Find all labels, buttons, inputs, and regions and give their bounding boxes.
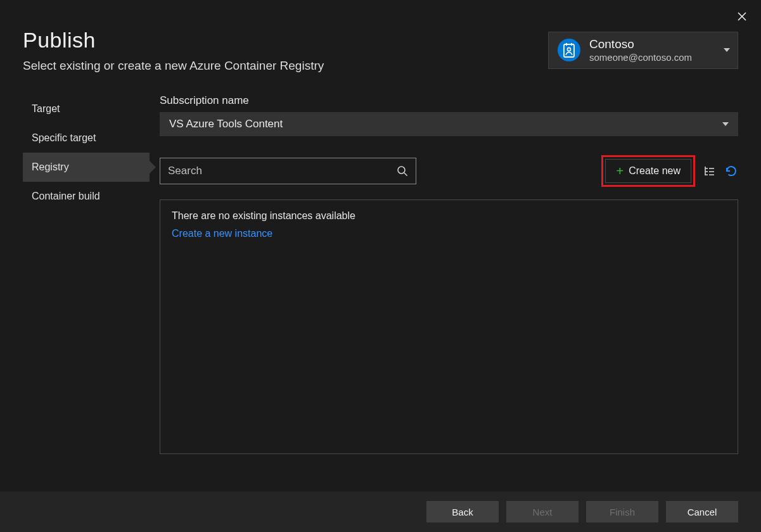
- subscription-value: VS Azure Tools Content: [169, 118, 283, 130]
- account-name: Contoso: [589, 37, 716, 52]
- svg-line-10: [404, 173, 407, 176]
- sidebar-item-label: Container build: [32, 191, 100, 201]
- search-row: + Create new: [160, 155, 738, 187]
- create-new-highlight: + Create new: [601, 155, 695, 187]
- sidebar-item-target[interactable]: Target: [23, 94, 150, 124]
- create-new-label: Create new: [629, 165, 681, 177]
- svg-point-2: [558, 39, 580, 61]
- account-text: Contoso someone@contoso.com: [589, 37, 716, 63]
- close-icon: [737, 11, 747, 22]
- search-input[interactable]: [168, 165, 397, 177]
- account-badge-icon: [556, 37, 582, 63]
- sidebar-item-label: Specific target: [32, 132, 96, 143]
- main-panel: Subscription name VS Azure Tools Content: [160, 94, 738, 454]
- dialog-header: Publish Select existing or create a new …: [0, 0, 761, 79]
- svg-marker-7: [724, 48, 730, 52]
- chevron-down-icon: [724, 47, 730, 53]
- next-button: Next: [506, 501, 579, 522]
- toolbar-right: + Create new: [601, 155, 738, 187]
- back-button[interactable]: Back: [426, 501, 499, 522]
- title-block: Publish Select existing or create a new …: [23, 28, 324, 73]
- refresh-button[interactable]: [724, 164, 738, 178]
- account-email: someone@contoso.com: [589, 52, 716, 63]
- sidebar-item-label: Registry: [32, 162, 69, 172]
- subscription-dropdown[interactable]: VS Azure Tools Content: [160, 112, 738, 136]
- subscription-label: Subscription name: [160, 94, 738, 107]
- dialog-subtitle: Select existing or create a new Azure Co…: [23, 59, 324, 73]
- sidebar-item-container-build[interactable]: Container build: [23, 182, 150, 211]
- svg-point-9: [398, 167, 405, 174]
- refresh-icon: [724, 164, 738, 178]
- chevron-down-icon: [722, 121, 729, 127]
- create-instance-link[interactable]: Create a new instance: [172, 228, 726, 239]
- svg-marker-8: [722, 122, 729, 126]
- plus-icon: +: [616, 165, 624, 177]
- wizard-sidebar: Target Specific target Registry Containe…: [23, 94, 150, 454]
- dialog-title: Publish: [23, 28, 324, 53]
- finish-button: Finish: [586, 501, 658, 522]
- results-list: There are no existing instances availabl…: [160, 200, 738, 454]
- sidebar-item-specific-target[interactable]: Specific target: [23, 124, 150, 153]
- cancel-button[interactable]: Cancel: [666, 501, 738, 522]
- create-new-button[interactable]: + Create new: [605, 159, 691, 183]
- tree-icon: [703, 165, 716, 177]
- sidebar-item-registry[interactable]: Registry: [23, 153, 150, 182]
- search-icon: [397, 165, 408, 177]
- empty-state-message: There are no existing instances availabl…: [172, 210, 726, 222]
- search-box: [160, 158, 416, 184]
- tree-view-button[interactable]: [703, 164, 717, 178]
- sidebar-item-label: Target: [32, 103, 60, 114]
- account-selector[interactable]: Contoso someone@contoso.com: [548, 32, 738, 69]
- close-button[interactable]: [734, 9, 750, 24]
- dialog-footer: Back Next Finish Cancel: [0, 491, 761, 532]
- publish-dialog: Publish Select existing or create a new …: [0, 0, 761, 532]
- dialog-body: Target Specific target Registry Containe…: [0, 79, 761, 454]
